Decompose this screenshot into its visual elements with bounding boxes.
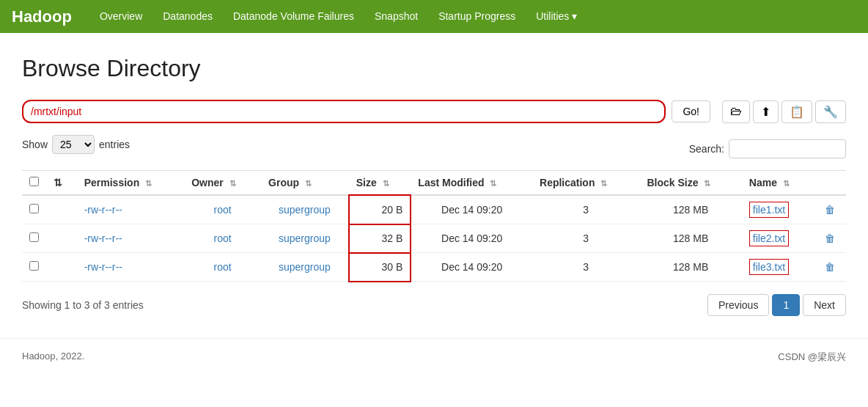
folder-icon: 🗁 <box>730 105 742 117</box>
row-group-0: supergroup <box>261 195 349 224</box>
row-permission-0: -rw-r--r-- <box>77 195 184 224</box>
col-last-modified[interactable]: Last Modified ⇅ <box>411 171 532 196</box>
icon-group: 🗁 ⬆ 📋 🔧 <box>722 100 846 123</box>
col-permission[interactable]: Permission ⇅ <box>77 171 184 196</box>
table-row: -rw-r--r-- root supergroup 30 B Dec 14 0… <box>22 253 846 282</box>
file-link-1[interactable]: file2.txt <box>749 230 789 246</box>
row-blocksize-2: 128 MB <box>639 253 741 282</box>
row-sort-0 <box>46 195 77 224</box>
search-row: Search: <box>689 139 846 158</box>
row-name-0[interactable]: file1.txt <box>742 195 814 224</box>
nav-link-snapshot[interactable]: Snapshot <box>364 0 428 33</box>
entries-select[interactable]: 10 25 50 100 <box>52 135 95 154</box>
row-blocksize-1: 128 MB <box>639 224 741 253</box>
row-name-2[interactable]: file3.txt <box>742 253 814 282</box>
col-owner[interactable]: Owner ⇅ <box>184 171 261 196</box>
nav-link-volume-failures[interactable]: Datanode Volume Failures <box>223 0 364 33</box>
upload-icon-button[interactable]: ⬆ <box>753 100 779 123</box>
row-replication-1: 3 <box>532 224 639 253</box>
row-sort-2 <box>46 253 77 282</box>
tool-icon-button[interactable]: 🔧 <box>815 100 846 123</box>
row-name-1[interactable]: file2.txt <box>742 224 814 253</box>
row-group-2: supergroup <box>261 253 349 282</box>
row-sort-1 <box>46 224 77 253</box>
footer-left: Hadoop, 2022. <box>22 351 84 364</box>
nav-link-utilities[interactable]: Utilities <box>526 0 587 33</box>
col-replication[interactable]: Replication ⇅ <box>532 171 639 196</box>
col-group[interactable]: Group ⇅ <box>261 171 349 196</box>
table-header-row: ⇅ Permission ⇅ Owner ⇅ Group ⇅ Size ⇅ La… <box>22 171 846 196</box>
tool-icon: 🔧 <box>823 106 838 118</box>
select-all-checkbox[interactable] <box>29 177 39 186</box>
row-size-2: 30 B <box>349 253 411 282</box>
search-label: Search: <box>689 143 724 155</box>
nav-item-snapshot[interactable]: Snapshot <box>364 0 428 33</box>
brand[interactable]: Hadoop <box>12 7 72 26</box>
nav-item-utilities[interactable]: Utilities <box>526 0 587 33</box>
folder-icon-button[interactable]: 🗁 <box>722 100 750 123</box>
show-search-bar: Show 10 25 50 100 entries Search: <box>22 135 846 163</box>
col-sort[interactable]: ⇅ <box>46 171 77 196</box>
table-footer: Showing 1 to 3 of 3 entries Previous 1 N… <box>22 294 846 316</box>
pagination: Previous 1 Next <box>707 294 846 316</box>
path-bar: Go! 🗁 ⬆ 📋 🔧 <box>22 100 846 123</box>
row-replication-2: 3 <box>532 253 639 282</box>
name-sort-icon: ⇅ <box>783 179 790 188</box>
row-delete-1[interactable]: 🗑 <box>814 224 846 253</box>
copy-icon: 📋 <box>790 106 804 118</box>
col-name[interactable]: Name ⇅ <box>742 171 814 196</box>
blocksize-sort-icon: ⇅ <box>704 179 710 188</box>
col-size[interactable]: Size ⇅ <box>349 171 411 196</box>
row-checkbox-cell <box>22 253 46 282</box>
col-block-size[interactable]: Block Size ⇅ <box>639 171 741 196</box>
entries-label: entries <box>99 139 130 150</box>
page-footer: Hadoop, 2022. CSDN @梁辰兴 <box>0 338 868 371</box>
nav-link-datanodes[interactable]: Datanodes <box>152 0 223 33</box>
row-owner-2: root <box>184 253 261 282</box>
file-link-0[interactable]: file1.txt <box>749 202 789 218</box>
file-link-2[interactable]: file3.txt <box>749 259 789 275</box>
main-content: Browse Directory Go! 🗁 ⬆ 📋 🔧 Show 10 25 <box>0 33 868 331</box>
nav-link-startup-progress[interactable]: Startup Progress <box>428 0 526 33</box>
show-row: Show 10 25 50 100 entries <box>22 135 130 154</box>
row-checkbox-cell <box>22 195 46 224</box>
row-lastmod-2: Dec 14 09:20 <box>411 253 532 282</box>
row-lastmod-1: Dec 14 09:20 <box>411 224 532 253</box>
row-size-0: 20 B <box>349 195 411 224</box>
lastmod-sort-icon: ⇅ <box>490 179 496 188</box>
nav-item-startup-progress[interactable]: Startup Progress <box>428 0 526 33</box>
row-checkbox-2[interactable] <box>29 261 39 271</box>
row-checkbox-1[interactable] <box>29 232 39 242</box>
table-row: -rw-r--r-- root supergroup 20 B Dec 14 0… <box>22 195 846 224</box>
nav-item-volume-failures[interactable]: Datanode Volume Failures <box>223 0 364 33</box>
row-checkbox-0[interactable] <box>29 204 39 213</box>
row-delete-0[interactable]: 🗑 <box>814 195 846 224</box>
row-group-1: supergroup <box>261 224 349 253</box>
nav-item-datanodes[interactable]: Datanodes <box>152 0 223 33</box>
row-replication-0: 3 <box>532 195 639 224</box>
upload-icon: ⬆ <box>761 106 770 118</box>
table-row: -rw-r--r-- root supergroup 32 B Dec 14 0… <box>22 224 846 253</box>
row-permission-1: -rw-r--r-- <box>77 224 184 253</box>
nav-link-overview[interactable]: Overview <box>89 0 152 33</box>
copy-icon-button[interactable]: 📋 <box>781 100 812 123</box>
previous-button[interactable]: Previous <box>707 294 769 316</box>
footer-right: CSDN @梁辰兴 <box>778 351 846 364</box>
directory-table: ⇅ Permission ⇅ Owner ⇅ Group ⇅ Size ⇅ La… <box>22 170 846 282</box>
size-sort-icon: ⇅ <box>383 179 389 188</box>
next-button[interactable]: Next <box>803 294 846 316</box>
row-owner-1: root <box>184 224 261 253</box>
navbar: Hadoop Overview Datanodes Datanode Volum… <box>0 0 868 33</box>
page-title: Browse Directory <box>22 55 846 82</box>
path-input[interactable] <box>22 100 666 123</box>
search-input[interactable] <box>729 139 846 158</box>
show-label: Show <box>22 139 48 150</box>
row-size-1: 32 B <box>349 224 411 253</box>
go-button[interactable]: Go! <box>672 100 710 122</box>
row-checkbox-cell <box>22 224 46 253</box>
owner-sort-icon: ⇅ <box>229 179 236 188</box>
row-delete-2[interactable]: 🗑 <box>814 253 846 282</box>
permission-sort-icon: ⇅ <box>145 179 152 188</box>
nav-item-overview[interactable]: Overview <box>89 0 152 33</box>
page-1-button[interactable]: 1 <box>772 294 800 316</box>
